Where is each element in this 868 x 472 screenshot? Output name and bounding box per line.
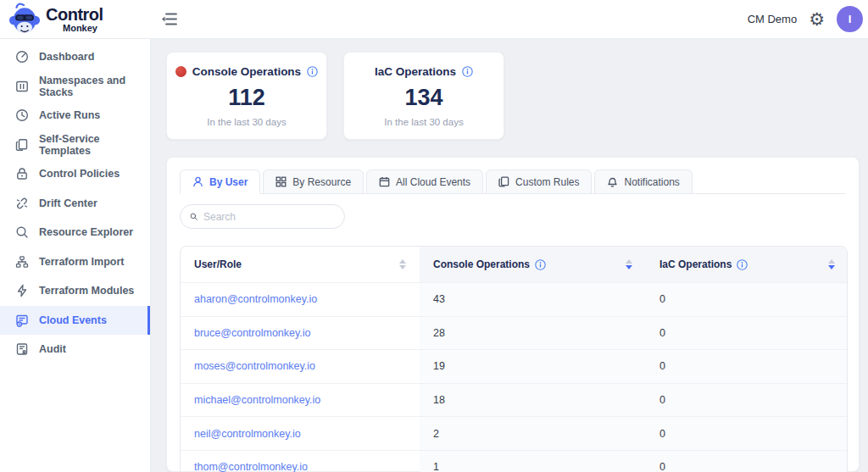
templates-copy-icon bbox=[15, 138, 29, 152]
console-ops-value: 2 bbox=[420, 417, 646, 450]
settings-gear-icon[interactable]: ⚙ bbox=[809, 10, 825, 28]
main-content: Console Operations 112 In the last 30 da… bbox=[151, 39, 868, 472]
sidebar-item-drift-center[interactable]: Drift Center bbox=[0, 189, 150, 219]
search-explorer-icon bbox=[15, 225, 29, 239]
tab-notifications[interactable]: Notifications bbox=[594, 169, 692, 194]
console-ops-value: 28 bbox=[420, 317, 646, 350]
table-row: michael@controlmonkey.io 18 0 bbox=[181, 383, 847, 417]
card-caption: In the last 30 days bbox=[344, 117, 504, 127]
iac-ops-value: 0 bbox=[646, 283, 848, 316]
search-input[interactable] bbox=[203, 211, 335, 223]
iac-ops-value: 0 bbox=[646, 417, 848, 450]
sidebar-item-audit[interactable]: Audit bbox=[0, 335, 150, 364]
stacks-icon bbox=[15, 80, 29, 93]
user-icon bbox=[192, 176, 203, 187]
audit-document-icon bbox=[15, 342, 29, 356]
column-header-console-operations[interactable]: Console Operations bbox=[420, 247, 646, 282]
logo-subtitle: Monkey bbox=[63, 24, 103, 33]
bell-icon bbox=[607, 176, 618, 187]
sidebar-nav: Dashboard Namespaces and Stacks Active R… bbox=[0, 39, 151, 472]
table-row: aharon@controlmonkey.io 43 0 bbox=[181, 282, 847, 316]
iac-ops-value: 0 bbox=[646, 350, 848, 383]
sidebar-item-terraform-modules[interactable]: Terraform Modules bbox=[0, 276, 150, 306]
tab-custom-rules[interactable]: Custom Rules bbox=[486, 169, 592, 194]
sidebar-item-control-policies[interactable]: Control Policies bbox=[0, 159, 150, 189]
console-operations-card: Console Operations 112 In the last 30 da… bbox=[166, 52, 327, 140]
cloud-events-panel: By User By Resource All Cloud Events Cus… bbox=[166, 157, 860, 472]
logo-title: Control bbox=[46, 6, 103, 23]
table-row: thom@controlmonkey.io 1 0 bbox=[181, 450, 847, 472]
workspace-name[interactable]: CM Demo bbox=[748, 13, 798, 25]
console-ops-value: 19 bbox=[420, 350, 646, 383]
user-link[interactable]: thom@controlmonkey.io bbox=[194, 461, 308, 472]
hierarchy-icon bbox=[15, 255, 29, 269]
brand-logo[interactable]: Control Monkey bbox=[0, 2, 151, 37]
calendar-icon bbox=[379, 176, 390, 187]
info-icon[interactable] bbox=[462, 66, 473, 77]
card-value: 134 bbox=[344, 85, 504, 111]
sidebar-item-cloud-events[interactable]: Cloud Events bbox=[0, 306, 150, 336]
console-ops-value: 18 bbox=[420, 384, 646, 417]
tab-all-cloud-events[interactable]: All Cloud Events bbox=[366, 169, 483, 194]
users-table: User/Role Console Operations bbox=[180, 246, 848, 472]
iac-operations-card: IaC Operations 134 In the last 30 days bbox=[343, 52, 504, 140]
console-ops-value: 1 bbox=[420, 451, 646, 472]
search-icon bbox=[190, 211, 198, 222]
user-link[interactable]: neil@controlmonkey.io bbox=[194, 428, 301, 440]
sidebar-item-resource-explorer[interactable]: Resource Explorer bbox=[0, 218, 150, 247]
card-title: Console Operations bbox=[192, 65, 301, 78]
sidebar-item-active-runs[interactable]: Active Runs bbox=[0, 101, 150, 130]
sidebar-item-self-service-templates[interactable]: Self-Service Templates bbox=[0, 130, 150, 160]
lightning-icon bbox=[15, 284, 29, 297]
sort-control[interactable] bbox=[626, 259, 632, 269]
info-icon[interactable] bbox=[535, 259, 546, 270]
sidebar-collapse-button[interactable] bbox=[161, 12, 177, 26]
column-header-iac-operations[interactable]: IaC Operations bbox=[646, 247, 848, 282]
info-icon[interactable] bbox=[307, 66, 318, 77]
iac-ops-value: 0 bbox=[646, 451, 848, 472]
table-row: bruce@controlmonkey.io 28 0 bbox=[181, 316, 847, 350]
column-header-user-role[interactable]: User/Role bbox=[181, 247, 420, 282]
tab-bar: By User By Resource All Cloud Events Cus… bbox=[180, 169, 846, 194]
tab-by-resource[interactable]: By Resource bbox=[263, 169, 364, 194]
card-caption: In the last 30 days bbox=[167, 117, 326, 127]
user-link[interactable]: moses@controlmonkey.io bbox=[194, 360, 315, 372]
iac-ops-value: 0 bbox=[646, 317, 848, 350]
card-title: IaC Operations bbox=[375, 65, 456, 78]
grid-icon bbox=[275, 176, 287, 187]
card-value: 112 bbox=[167, 85, 326, 111]
table-row: neil@controlmonkey.io 2 0 bbox=[181, 416, 847, 450]
user-link[interactable]: aharon@controlmonkey.io bbox=[194, 293, 317, 305]
sort-control[interactable] bbox=[399, 259, 406, 269]
rules-document-icon bbox=[498, 176, 509, 187]
sidebar-item-namespaces-and-stacks[interactable]: Namespaces and Stacks bbox=[0, 72, 150, 102]
sidebar-item-dashboard[interactable]: Dashboard bbox=[0, 42, 150, 72]
red-status-dot bbox=[175, 66, 186, 77]
lock-icon bbox=[15, 167, 29, 180]
dashboard-gauge-icon bbox=[15, 50, 29, 64]
monkey-logo-icon bbox=[8, 2, 41, 37]
app-header: Control Monkey CM Demo ⚙ I bbox=[0, 0, 868, 39]
search-box[interactable] bbox=[180, 204, 345, 229]
tab-by-user[interactable]: By User bbox=[180, 169, 260, 194]
console-ops-value: 43 bbox=[420, 283, 646, 316]
sort-control[interactable] bbox=[828, 259, 835, 269]
cloud-events-icon bbox=[15, 314, 29, 327]
user-avatar[interactable]: I bbox=[837, 6, 863, 32]
clock-icon bbox=[15, 108, 29, 122]
info-icon[interactable] bbox=[737, 259, 748, 270]
table-header-row: User/Role Console Operations bbox=[181, 247, 847, 282]
broken-link-icon bbox=[15, 197, 29, 210]
iac-ops-value: 0 bbox=[646, 384, 848, 417]
sidebar-item-terraform-import[interactable]: Terraform Import bbox=[0, 247, 150, 277]
user-link[interactable]: michael@controlmonkey.io bbox=[194, 394, 320, 406]
menu-fold-icon bbox=[161, 12, 177, 26]
table-row: moses@controlmonkey.io 19 0 bbox=[181, 349, 847, 383]
user-link[interactable]: bruce@controlmonkey.io bbox=[194, 327, 311, 339]
